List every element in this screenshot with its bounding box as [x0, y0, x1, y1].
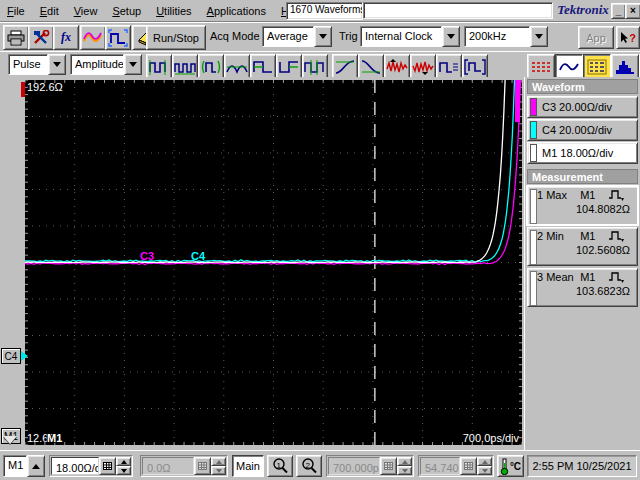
acq-mode-select[interactable]: Average	[262, 26, 332, 47]
c3-trace-label[interactable]: C3	[140, 250, 154, 262]
spin-up-button[interactable]	[116, 457, 131, 466]
chevron-down-icon[interactable]	[314, 26, 332, 47]
measure-category-select[interactable]: Pulse	[8, 54, 66, 75]
c4-trace-handle[interactable]: C4	[1, 348, 28, 364]
waveform-button-m1[interactable]: M1 18.00Ω/div	[527, 142, 638, 164]
trig-source-select[interactable]: Internal Clock	[360, 26, 460, 47]
temperature-button[interactable]: °C	[497, 455, 524, 477]
c4-trace-label[interactable]: C4	[191, 250, 205, 262]
waveform-display-button[interactable]	[555, 54, 583, 79]
period-icon	[148, 58, 170, 76]
keypad-icon[interactable]	[99, 457, 116, 475]
trace-selector-value: M1	[3, 455, 27, 477]
chevron-down-icon[interactable]	[442, 26, 460, 47]
measure-min-button[interactable]	[410, 54, 436, 79]
chevron-up-icon[interactable]	[27, 455, 45, 477]
measurement-source: M1	[580, 230, 608, 242]
spin-down-button[interactable]	[397, 466, 412, 475]
measure-pos-width-button[interactable]	[250, 54, 276, 79]
c4-trace	[25, 80, 515, 262]
frequency-icon	[174, 58, 196, 76]
zoom-2-button[interactable]: 2	[296, 455, 322, 477]
acq-mode-label: Acq Mode	[210, 30, 260, 42]
measure-duty-cycle-button[interactable]	[302, 54, 328, 79]
measurement-panel-header: Measurement	[527, 169, 638, 184]
pulse-select-button[interactable]	[105, 25, 131, 50]
main-toolbar: fx Run/Stop Acq Mode Average Trig	[0, 22, 640, 52]
minimize-button[interactable]: _	[611, 3, 626, 19]
main-timebase-button[interactable]: Main	[232, 455, 264, 477]
tektronix-logo: Tektronix	[557, 2, 609, 18]
histogram-display-button[interactable]	[611, 54, 639, 79]
measure-max-button[interactable]	[384, 54, 410, 79]
measure-burst-width-button[interactable]	[462, 54, 488, 79]
chevron-down-icon[interactable]	[124, 54, 142, 75]
measure-fall-time-button[interactable]	[358, 54, 384, 79]
m1-trace-marker[interactable]: M1	[47, 432, 62, 444]
horizontal-position-field[interactable]: 54.740ns	[420, 457, 460, 475]
spin-down-button[interactable]	[116, 466, 131, 475]
run-stop-button[interactable]: Run/Stop	[146, 25, 206, 50]
menu-file[interactable]: File	[0, 2, 33, 20]
trace-selector[interactable]: M1	[3, 455, 45, 477]
zoom-1-button[interactable]: 1	[267, 455, 293, 477]
vertical-offset-field[interactable]: 0.0Ω	[142, 457, 194, 475]
measure-mid-cross-button[interactable]	[224, 54, 250, 79]
waveform-button-c4[interactable]: C4 20.00Ω/div	[527, 119, 638, 141]
spin-up-button[interactable]	[477, 457, 492, 466]
menu-view[interactable]: View	[67, 2, 106, 20]
measure-category-value: Pulse	[8, 54, 48, 75]
measure-gain-button[interactable]	[436, 54, 462, 79]
measurement-item-min[interactable]: 2 Min M1 102.5608Ω	[527, 227, 638, 266]
temp-unit-label: °C	[510, 461, 521, 472]
setup-tools-button[interactable]	[28, 25, 54, 50]
menu-setup[interactable]: Setup	[105, 2, 149, 20]
waveform-database-button[interactable]	[80, 25, 106, 50]
datetime-display: 2:55 PM 10/25/2021	[527, 455, 637, 477]
menu-utilities[interactable]: Utilities	[149, 2, 199, 20]
pulse-select-icon	[108, 29, 128, 47]
define-math-button[interactable]: fx	[53, 25, 79, 50]
close-button[interactable]: ×	[625, 3, 640, 19]
horizontal-scale-field[interactable]: 700.000ps	[328, 457, 380, 475]
neg-width-icon	[278, 58, 300, 76]
max-icon	[386, 58, 408, 76]
measure-group-select[interactable]: Amplitude	[70, 54, 142, 75]
menu-applications[interactable]: Applications	[200, 2, 274, 20]
measure-rise-time-button[interactable]	[332, 54, 358, 79]
measure-frequency-button[interactable]	[172, 54, 198, 79]
pulse-measure-icon	[608, 189, 624, 201]
keypad-icon[interactable]	[380, 457, 397, 475]
spin-up-button[interactable]	[211, 457, 226, 466]
measurement-value: 102.5608Ω	[537, 242, 634, 256]
measurement-item-mean[interactable]: 3 Mean M1 103.6823Ω	[527, 268, 638, 307]
spin-up-button[interactable]	[397, 457, 412, 466]
triangle-right-icon	[21, 351, 28, 361]
trig-rate-select[interactable]: 200kHz	[464, 26, 548, 47]
vertical-scale-top-label: 192.6Ω	[27, 81, 63, 93]
magnifier-2-icon: 2	[301, 458, 317, 474]
cursors-button[interactable]	[527, 54, 555, 79]
app-button[interactable]: App	[578, 26, 614, 49]
histogram-display-icon	[615, 59, 635, 75]
title-spacer	[363, 2, 553, 19]
measurement-item-max[interactable]: 1 Max M1 104.8082Ω	[527, 186, 638, 225]
spin-down-button[interactable]	[477, 466, 492, 475]
keypad-icon[interactable]	[194, 457, 211, 475]
measure-gated-button[interactable]	[198, 54, 224, 79]
chevron-down-icon[interactable]	[530, 26, 548, 47]
vertical-scale-field[interactable]: 18.00Ω/di	[51, 457, 99, 475]
spin-down-button[interactable]	[211, 466, 226, 475]
measure-neg-width-button[interactable]	[276, 54, 302, 79]
menu-edit[interactable]: Edit	[33, 2, 67, 20]
measure-period-button[interactable]	[146, 54, 172, 79]
help-pointer-button[interactable]: ?	[616, 26, 640, 49]
horizontal-position-control: 54.740ns	[418, 455, 494, 477]
horizontal-position-spinner	[477, 457, 492, 475]
waveform-button-c3[interactable]: C3 20.00Ω/div	[527, 96, 638, 118]
print-button[interactable]	[3, 25, 29, 50]
measurement-swatch	[530, 271, 537, 306]
chevron-down-icon[interactable]	[48, 54, 66, 75]
keypad-icon[interactable]	[460, 457, 477, 475]
readout-display-button[interactable]	[583, 54, 611, 79]
